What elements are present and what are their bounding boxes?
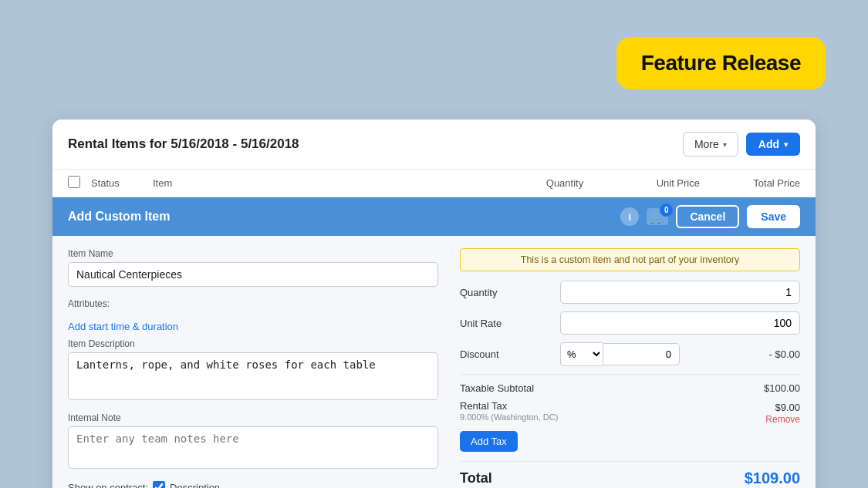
attributes-label: Attributes:: [68, 298, 110, 309]
item-name-label: Item Name: [68, 248, 438, 259]
description-label: Description: [170, 482, 220, 489]
rental-tax-row: Rental Tax 9.000% (Washington, DC) $9.00…: [460, 400, 800, 425]
total-label: Total: [460, 470, 492, 486]
add-custom-actions: i 🛒 0 Cancel Save: [620, 205, 800, 228]
internal-note-textarea[interactable]: [68, 426, 438, 469]
cart-badge: 0: [660, 204, 673, 217]
rental-tax-details: 9.000% (Washington, DC): [460, 412, 558, 422]
tax-info: Rental Tax 9.000% (Washington, DC): [460, 400, 558, 422]
item-description-textarea[interactable]: [68, 352, 438, 400]
discount-type-select[interactable]: % $: [560, 342, 603, 366]
add-label: Add: [758, 138, 779, 150]
add-custom-item-title: Add Custom Item: [68, 210, 170, 224]
form-right: This is a custom item and not part of yo…: [454, 248, 800, 488]
info-icon[interactable]: i: [620, 207, 639, 226]
quantity-column-header: Quantity: [522, 177, 607, 189]
show-on-contract-checkbox[interactable]: [153, 481, 165, 488]
total-price-column-header: Total Price: [700, 177, 800, 189]
remove-tax-link[interactable]: Remove: [765, 414, 800, 425]
form-left: Item Name Attributes: Add start time & d…: [68, 248, 454, 488]
show-on-contract-row: Show on contract: Description: [68, 481, 438, 488]
item-description-label: Item Description: [68, 338, 438, 349]
rental-tax-label: Rental Tax: [460, 400, 558, 412]
total-row: Total $109.00: [460, 461, 800, 487]
unit-rate-label: Unit Rate: [460, 318, 560, 329]
header-actions: More ▾ Add ▾: [683, 132, 800, 156]
rental-tax-amount: $9.00: [775, 402, 800, 413]
add-custom-item-row: Add Custom Item i 🛒 0 Cancel Save: [52, 197, 816, 236]
add-tax-button[interactable]: Add Tax: [460, 431, 518, 452]
item-description-group: Item Description: [68, 338, 438, 403]
select-all-checkbox[interactable]: [68, 176, 80, 188]
form-area: Item Name Attributes: Add start time & d…: [52, 236, 816, 488]
add-button[interactable]: Add ▾: [746, 133, 800, 156]
discount-result: - $0.00: [746, 348, 800, 360]
taxable-subtotal-row: Taxable Subtotal $100.00: [460, 381, 800, 394]
save-button[interactable]: Save: [747, 205, 800, 228]
main-card: Rental Items for 5/16/2018 - 5/16/2018 M…: [52, 119, 816, 488]
status-column-header: Status: [91, 177, 153, 189]
cancel-button[interactable]: Cancel: [676, 205, 739, 228]
custom-item-info-banner: This is a custom item and not part of yo…: [460, 248, 800, 271]
card-title: Rental Items for 5/16/2018 - 5/16/2018: [68, 136, 299, 152]
unit-price-column-header: Unit Price: [607, 177, 700, 189]
add-chevron-icon: ▾: [784, 140, 788, 149]
taxable-subtotal-value: $100.00: [764, 382, 800, 394]
table-header: Status Item Quantity Unit Price Total Pr…: [52, 170, 816, 197]
feature-release-badge: Feature Release: [616, 37, 826, 89]
discount-row: Discount % $ - $0.00: [460, 342, 800, 366]
quantity-input[interactable]: [560, 281, 800, 304]
cart-icon-wrapper[interactable]: 🛒 0: [647, 208, 668, 225]
item-name-input[interactable]: [68, 262, 438, 287]
more-chevron-icon: ▾: [723, 140, 727, 149]
unit-rate-input[interactable]: [560, 311, 800, 335]
taxable-subtotal-label: Taxable Subtotal: [460, 382, 534, 394]
item-column-header: Item: [153, 177, 522, 189]
card-header: Rental Items for 5/16/2018 - 5/16/2018 M…: [52, 119, 816, 170]
unit-rate-row: Unit Rate: [460, 311, 800, 335]
info-symbol: i: [629, 211, 632, 223]
quantity-label: Quantity: [460, 287, 560, 298]
item-name-group: Item Name: [68, 248, 438, 287]
tax-right: $9.00 Remove: [765, 400, 800, 425]
discount-value-input[interactable]: [603, 343, 680, 365]
add-start-time-link[interactable]: Add start time & duration: [68, 321, 178, 332]
total-value: $109.00: [745, 469, 800, 487]
more-label: More: [694, 138, 719, 150]
internal-note-group: Internal Note: [68, 412, 438, 472]
attributes-group: Attributes:: [68, 296, 438, 310]
more-button[interactable]: More ▾: [683, 132, 738, 156]
quantity-row: Quantity: [460, 281, 800, 304]
discount-label: Discount: [460, 348, 560, 360]
show-on-contract-label: Show on contract:: [68, 482, 148, 489]
internal-note-label: Internal Note: [68, 412, 438, 423]
